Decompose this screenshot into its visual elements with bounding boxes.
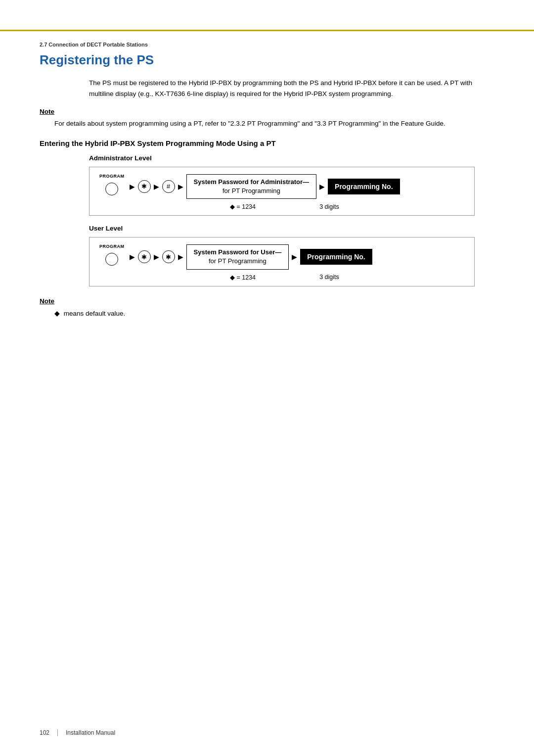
admin-star-icon: ✱ <box>141 183 147 190</box>
admin-notes-row: ◆ = 1234 3 digits <box>99 203 464 210</box>
note1-label: Note <box>40 108 494 115</box>
admin-arrow2: ▶ <box>154 183 159 190</box>
admin-hash-button: # <box>162 180 175 193</box>
admin-arrow3: ▶ <box>178 183 183 190</box>
user-notes-row: ◆ = 1234 3 digits <box>99 274 464 281</box>
user-arrow3: ▶ <box>178 253 183 261</box>
admin-programming-no: Programming No. <box>328 179 400 194</box>
page-title: Registering the PS <box>40 52 494 68</box>
admin-password-line2: for PT Programming <box>222 187 280 194</box>
note2-diamond-text: means default value. <box>64 310 126 317</box>
intro-text: The PS must be registered to the Hybrid … <box>89 78 494 99</box>
user-password-line1: System Password for User— <box>194 248 282 257</box>
admin-star-button: ✱ <box>138 180 151 193</box>
user-arrow4: ▶ <box>292 253 297 261</box>
user-digits: 3 digits <box>297 274 361 281</box>
user-star-button1: ✱ <box>138 250 151 263</box>
user-programming-no: Programming No. <box>300 249 372 265</box>
admin-program-label: Program <box>99 174 125 179</box>
user-password-line2: for PT Programming <box>209 257 267 265</box>
footer-manual-name: Installation Manual <box>66 729 115 736</box>
user-level-label: User Level <box>89 225 494 232</box>
note2-text: ◆ means default value. <box>54 308 494 319</box>
top-border <box>0 30 534 31</box>
section-header-text: 2.7 Connection of DECT Portable Stations <box>40 42 148 47</box>
note2-label: Note <box>40 297 494 305</box>
note1-text: For details about system programming usi… <box>54 118 494 129</box>
footer: 102 Installation Manual <box>40 729 115 736</box>
user-password-box: System Password for User— for PT Program… <box>186 244 289 269</box>
admin-arrow4: ▶ <box>319 183 325 190</box>
user-default-value: ◆ = 1234 <box>188 274 297 281</box>
admin-program-circle <box>105 183 118 195</box>
admin-hash-icon: # <box>167 183 170 190</box>
admin-digits: 3 digits <box>297 203 361 210</box>
footer-divider <box>57 729 58 736</box>
user-star-icon2: ✱ <box>166 253 171 261</box>
page: 2.7 Connection of DECT Portable Stations… <box>0 0 534 756</box>
user-program-label: Program <box>99 244 125 249</box>
user-star-icon1: ✱ <box>141 253 147 261</box>
admin-password-box: System Password for Administrator— for P… <box>186 174 317 199</box>
section-header: 2.7 Connection of DECT Portable Stations <box>40 40 494 47</box>
user-diagram: Program ▶ ✱ ▶ ✱ ▶ System Password for Us… <box>89 237 475 286</box>
admin-diagram-row: Program ▶ ✱ ▶ # ▶ System Password for Ad… <box>99 174 464 199</box>
user-arrow1: ▶ <box>130 253 135 261</box>
footer-page-number: 102 <box>40 729 49 736</box>
user-diagram-row: Program ▶ ✱ ▶ ✱ ▶ System Password for Us… <box>99 244 464 269</box>
user-arrow2: ▶ <box>154 253 159 261</box>
user-star-button2: ✱ <box>162 250 175 263</box>
content-area: 2.7 Connection of DECT Portable Stations… <box>0 0 534 368</box>
admin-default-value: ◆ = 1234 <box>188 203 297 210</box>
note1-section: Note For details about system programmin… <box>40 108 494 129</box>
admin-password-line1: System Password for Administrator— <box>194 178 310 187</box>
diamond-icon: ◆ <box>54 309 60 317</box>
admin-diagram: Program ▶ ✱ ▶ # ▶ System Password for Ad… <box>89 167 475 216</box>
admin-level-label: Administrator Level <box>89 154 494 162</box>
admin-arrow1: ▶ <box>130 183 135 190</box>
user-program-circle <box>105 253 118 266</box>
note2-section: Note ◆ means default value. <box>40 297 494 319</box>
subsection-heading: Entering the Hybrid IP-PBX System Progra… <box>40 139 494 147</box>
